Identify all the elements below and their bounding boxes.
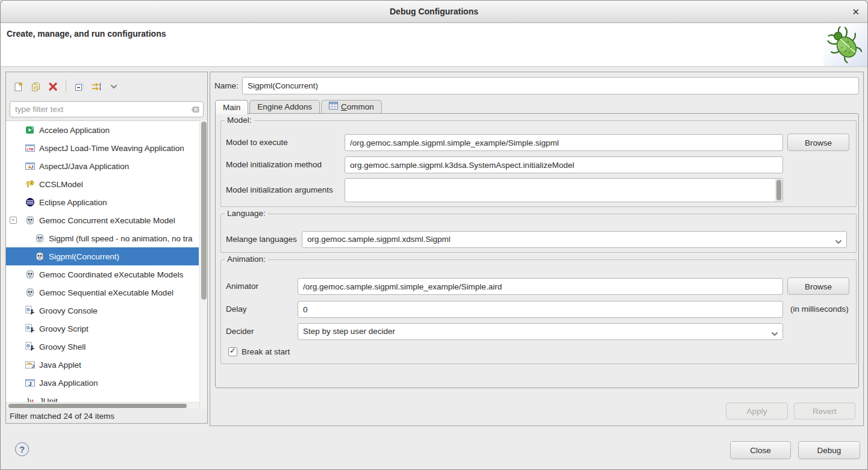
args-scrollbar-thumb[interactable]: [776, 180, 781, 200]
chevron-down-icon: [771, 329, 778, 338]
filter-input[interactable]: [10, 101, 204, 117]
name-input[interactable]: [242, 77, 859, 94]
tab-main-label: Main: [223, 101, 240, 114]
tree-item[interactable]: GGroovy Shell: [6, 338, 199, 356]
tree-item[interactable]: JJava Application: [6, 374, 199, 392]
collapse-all-icon[interactable]: [73, 81, 85, 93]
tree-item[interactable]: Sigpml(Concurrent): [6, 247, 199, 265]
tree-item-label: Groovy Console: [39, 306, 98, 315]
tree-item[interactable]: GGroovy Console: [6, 301, 199, 320]
tree-item-label: Gemoc Coordinated eXecutable Models: [39, 270, 183, 279]
decider-value: Step by step user decider: [303, 324, 764, 339]
filter-history-icon[interactable]: [90, 81, 102, 93]
configurations-sidebar: Acceleo ApplicationLTWAspectJ Load-Time …: [5, 72, 208, 424]
tree-item[interactable]: Gemoc Coordinated eXecutable Models: [6, 265, 199, 283]
ltw-icon: LTW: [25, 143, 36, 153]
tree-vertical-scrollbar-thumb[interactable]: [201, 122, 207, 300]
close-button[interactable]: Close: [730, 441, 791, 459]
tree-item-label: Acceleo Application: [39, 126, 110, 135]
tree-item[interactable]: LTWAspectJ Load-Time Weaving Application: [6, 139, 199, 157]
tree-horizontal-scrollbar-thumb[interactable]: [8, 404, 187, 408]
melange-languages-combo[interactable]: org.gemoc.sample.sigpml.xdsml.Sigpml: [302, 231, 847, 248]
delay-input[interactable]: [298, 301, 783, 318]
configuration-tree: Acceleo ApplicationLTWAspectJ Load-Time …: [6, 120, 207, 409]
dropdown-chevron-icon[interactable]: [108, 81, 120, 93]
tree-item-label: Java Application: [39, 379, 98, 388]
delay-units-label: (in milliseconds): [790, 301, 849, 318]
apply-button[interactable]: Apply: [726, 403, 788, 419]
model-browse-button[interactable]: Browse: [787, 134, 849, 151]
animator-browse-button[interactable]: Browse: [787, 277, 849, 295]
duplicate-icon[interactable]: [30, 81, 42, 93]
animation-group-title: Animation:: [225, 255, 268, 264]
gemoc-icon: [35, 233, 45, 243]
svg-text:LTW: LTW: [27, 147, 34, 151]
tree-item[interactable]: 2CCSLModel: [6, 175, 199, 193]
break-at-start-checkbox[interactable]: [228, 347, 237, 356]
model-init-args-label: Model initialization arguments: [226, 182, 333, 199]
model-init-method-input[interactable]: [345, 156, 783, 173]
tree-item-label: Groovy Script: [39, 324, 89, 333]
debug-button[interactable]: Debug: [798, 441, 860, 459]
args-scrollbar: [775, 179, 782, 202]
tab-common[interactable]: Common: [321, 100, 382, 114]
filter-field-wrap: [10, 101, 204, 117]
toolbar-separator: [66, 81, 66, 93]
delete-icon[interactable]: [47, 81, 59, 93]
clear-filter-icon[interactable]: [190, 105, 200, 114]
help-button[interactable]: ?: [15, 442, 29, 456]
model-group: Model: Model to execute Browse Model ini…: [220, 120, 857, 207]
groovy-icon: G: [25, 324, 36, 333]
tree-item[interactable]: AJAspectJ/Java Application: [6, 157, 199, 175]
aj-icon: AJ: [25, 161, 36, 171]
svg-text:G: G: [27, 308, 30, 312]
collapse-expander-icon[interactable]: −: [8, 217, 18, 224]
svg-text:2: 2: [31, 181, 33, 185]
tree-item-label: CCSLModel: [39, 180, 83, 189]
decider-label: Decider: [226, 323, 254, 340]
revert-button[interactable]: Revert: [794, 403, 855, 419]
melange-languages-label: Melange languages: [226, 231, 297, 248]
gemoc-icon: [25, 288, 36, 297]
animator-input[interactable]: [298, 278, 783, 295]
tree-horizontal-scrollbar: [6, 402, 199, 409]
window-close-icon[interactable]: ✕: [852, 1, 860, 23]
model-to-execute-input[interactable]: [345, 134, 783, 151]
groovy-icon: G: [25, 342, 36, 351]
configuration-detail-panel: Name: Main Engine Addons Common Model: M…: [210, 72, 864, 426]
delay-label: Delay: [226, 301, 247, 318]
debug-bug-icon: [823, 23, 867, 66]
filter-match-status: Filter matched 24 of 24 items: [10, 412, 114, 421]
debug-configurations-dialog: Debug Configurations ✕ Create, manage, a…: [0, 0, 868, 470]
eclipse-icon: [25, 197, 36, 207]
tree-item[interactable]: Eclipse Application: [6, 193, 199, 211]
tree-item[interactable]: JJava Applet: [6, 356, 199, 374]
tab-common-label: Common: [341, 100, 374, 114]
tree-item-label: Sigpml(Concurrent): [49, 252, 119, 261]
tree-item[interactable]: Gemoc Sequential eXecutable Model: [6, 283, 199, 301]
tree-item[interactable]: −Gemoc Concurrent eXecutable Model: [6, 211, 199, 229]
tree-item-label: Groovy Shell: [39, 342, 86, 351]
new-config-icon[interactable]: [12, 81, 24, 93]
titlebar: Debug Configurations ✕: [1, 1, 867, 23]
tree-item-label: Gemoc Concurrent eXecutable Model: [39, 216, 175, 225]
chevron-down-icon: [835, 237, 842, 246]
tab-engine-addons[interactable]: Engine Addons: [249, 100, 320, 114]
svg-text:J: J: [32, 363, 34, 369]
animation-group: Animation: Animator Browse Delay (in mil…: [220, 259, 857, 364]
javaapp-icon: J: [25, 378, 36, 388]
tree-item-label: Eclipse Application: [39, 198, 107, 207]
page-title: Create, manage, and run configurations: [7, 29, 166, 39]
tree-item-label: Gemoc Sequential eXecutable Model: [39, 288, 173, 297]
decider-combo[interactable]: Step by step user decider: [298, 323, 783, 340]
melange-languages-value: org.gemoc.sample.sigpml.xdsml.Sigpml: [307, 232, 828, 247]
tab-main[interactable]: Main: [215, 100, 248, 114]
model-init-args-textarea[interactable]: [345, 178, 783, 202]
ccsl-icon: 2: [25, 179, 36, 189]
tree-item-label: Java Applet: [39, 360, 81, 370]
applet-icon: J: [25, 360, 36, 370]
model-group-title: Model:: [225, 116, 254, 125]
tree-item[interactable]: Acceleo Application: [6, 121, 199, 139]
tree-item[interactable]: GGroovy Script: [6, 320, 199, 338]
tree-item[interactable]: Sigpml (full speed - no animation, no tr…: [6, 229, 199, 247]
